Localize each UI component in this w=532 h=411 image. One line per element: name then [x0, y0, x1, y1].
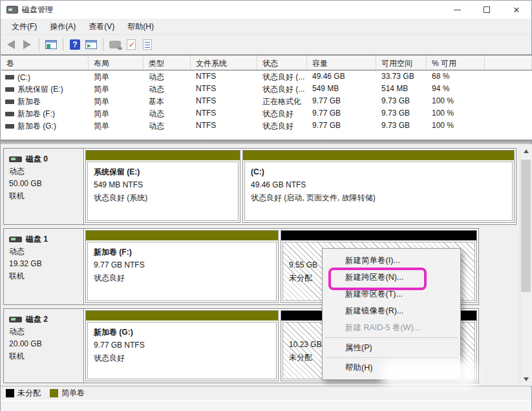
disk-size: 20.00 GB [9, 338, 80, 350]
forward-icon[interactable] [21, 39, 34, 50]
disk-name: 磁盘 2 [26, 313, 48, 326]
simple-volume-swatch-icon [50, 389, 58, 397]
col-capacity[interactable]: 容量 [307, 56, 376, 70]
volume-fs: NTFS [191, 120, 257, 132]
disk-type: 动态 [9, 246, 80, 258]
menu-item-new-striped-volume[interactable]: 新建带区卷(T)... [324, 286, 459, 302]
menu-item-new-spanned-volume[interactable]: 新建跨区卷(N)... [324, 269, 459, 286]
volume-icon [5, 124, 14, 129]
menu-item-help[interactable]: 帮助(H) [324, 359, 459, 376]
scroll-down-icon[interactable] [520, 374, 531, 385]
volume-layout: 简单 [89, 83, 144, 95]
minimize-button[interactable] [442, 1, 472, 19]
menu-file[interactable]: 文件(F) [6, 19, 43, 34]
unallocated-swatch-icon [6, 389, 14, 397]
vertical-scrollbar[interactable] [520, 145, 531, 385]
volume-capacity: 9.77 GB [307, 95, 376, 107]
col-type[interactable]: 类型 [144, 56, 191, 70]
volume-type: 动态 [144, 83, 191, 95]
menu-help[interactable]: 帮助(H) [122, 19, 160, 34]
check-page-icon[interactable] [125, 39, 138, 50]
volume-status: 状态良好 [257, 107, 307, 120]
partition-band [86, 151, 240, 160]
panel-splitter[interactable] [1, 140, 531, 144]
menu-item-new-mirrored-volume[interactable]: 新建镜像卷(R)... [324, 302, 459, 319]
col-filesystem[interactable]: 文件系统 [191, 56, 257, 70]
maximize-button[interactable] [472, 1, 502, 19]
volume-capacity: 549 MB [307, 83, 376, 95]
volume-layout: 简单 [89, 107, 144, 120]
col-layout[interactable]: 布局 [89, 56, 144, 70]
partition-band [281, 231, 476, 240]
menu-separator [325, 357, 458, 358]
help-icon[interactable]: ? [69, 39, 81, 50]
volume-pct: 100 % [427, 107, 485, 120]
show-action-pane-icon[interactable] [85, 39, 98, 50]
disk-status: 联机 [9, 190, 80, 202]
volume-layout: 简单 [89, 95, 144, 107]
volume-fs: NTFS [191, 70, 257, 83]
partition-status: 状态良好 [94, 352, 270, 364]
col-blank [485, 56, 532, 70]
legend-simple-volume: 简单卷 [50, 388, 85, 399]
disk-size: 50.00 GB [9, 178, 80, 190]
disk-name: 磁盘 0 [26, 153, 48, 165]
volume-layout: 简单 [89, 120, 144, 132]
close-button[interactable]: ✕ [502, 1, 531, 19]
scroll-up-icon[interactable] [520, 145, 531, 156]
scrollbar-thumb[interactable] [521, 160, 531, 292]
partition-f[interactable]: 新加卷 (F:) 9.77 GB NTFS 状态良好 [85, 230, 279, 303]
table-row[interactable]: 新加卷 简单 基本 NTFS 正在格式化 9.77 GB 9.73 GB 100… [1, 95, 532, 107]
disk-name: 磁盘 1 [26, 233, 48, 246]
menu-separator [325, 337, 458, 338]
col-volume[interactable]: 卷 [1, 56, 89, 70]
volume-type: 动态 [144, 120, 191, 132]
volume-icon [5, 75, 14, 79]
col-status[interactable]: 状态 [257, 56, 307, 70]
volume-capacity: 49.46 GB [307, 70, 376, 83]
partition-system-reserved[interactable]: 系统保留 (E:) 549 MB NTFS 状态良好 (系统) [85, 150, 240, 223]
show-console-tree-icon[interactable] [45, 39, 58, 50]
volume-pct: 100 % [427, 120, 485, 132]
toolbar-separator [103, 38, 103, 51]
volume-status: 状态良好 (... [257, 70, 307, 83]
disk1-label[interactable]: 磁盘 1 动态 19.32 GB 联机 [4, 229, 84, 304]
menu-item-properties[interactable]: 属性(P) [324, 339, 459, 356]
task-list-icon[interactable] [141, 39, 154, 50]
minimize-icon [454, 10, 461, 10]
menu-action[interactable]: 操作(A) [44, 19, 81, 34]
volume-free: 33.73 GB [376, 70, 427, 83]
disk-type: 动态 [9, 165, 80, 178]
partition-size: 9.77 GB NTFS [94, 339, 270, 352]
partition-band [243, 151, 514, 160]
table-row[interactable]: 新加卷 (F:) 简单 动态 NTFS 状态良好 9.77 GB 9.73 GB… [1, 107, 532, 120]
legend-bar: 未分配 简单卷 [1, 386, 531, 400]
display-options-icon[interactable] [109, 39, 122, 50]
table-row[interactable]: (C:) 简单 动态 NTFS 状态良好 (... 49.46 GB 33.73… [1, 70, 532, 83]
volume-list-panel: 卷 布局 类型 文件系统 状态 容量 可用空间 % 可用 (C:) 简单 动态 … [1, 55, 532, 140]
partition-status: 状态良好 (启动, 页面文件, 故障转储) [251, 191, 506, 204]
table-row[interactable]: 新加卷 (G:) 简单 动态 NTFS 状态良好 9.77 GB 9.73 GB… [1, 120, 532, 132]
back-icon[interactable] [5, 39, 17, 50]
disk-management-window: 磁盘管理 ✕ 文件(F) 操作(A) 查看(V) 帮助(H) ? 卷 布局 类型 [0, 0, 532, 411]
disk0-label[interactable]: 磁盘 0 动态 50.00 GB 联机 [4, 149, 84, 224]
disk-icon [9, 237, 22, 242]
col-free-space[interactable]: 可用空间 [376, 56, 427, 70]
partition-c[interactable]: (C:) 49.46 GB NTFS 状态良好 (启动, 页面文件, 故障转储) [242, 150, 515, 223]
disk-size: 19.32 GB [9, 258, 80, 270]
volume-fs: NTFS [191, 95, 257, 107]
volume-pct: 94 % [427, 83, 485, 95]
menu-view[interactable]: 查看(V) [83, 19, 120, 34]
table-row[interactable]: 系统保留 (E:) 简单 动态 NTFS 状态良好 (... 549 MB 51… [1, 83, 532, 95]
partition-g[interactable]: 新加卷 (G:) 9.77 GB NTFS 状态良好 [85, 310, 279, 381]
window-title: 磁盘管理 [22, 5, 53, 16]
volume-type: 动态 [144, 107, 191, 120]
menubar: 文件(F) 操作(A) 查看(V) 帮助(H) [1, 19, 531, 35]
volume-type: 动态 [144, 70, 191, 83]
volume-fs: NTFS [191, 83, 257, 95]
menu-item-new-simple-volume[interactable]: 新建简单卷(I)... [324, 252, 459, 269]
legend-label: 简单卷 [61, 388, 85, 399]
col-pct-free[interactable]: % 可用 [427, 56, 485, 70]
disk2-label[interactable]: 磁盘 2 动态 20.00 GB 联机 [4, 309, 84, 383]
partition-title: 系统保留 (E:) [94, 165, 232, 178]
